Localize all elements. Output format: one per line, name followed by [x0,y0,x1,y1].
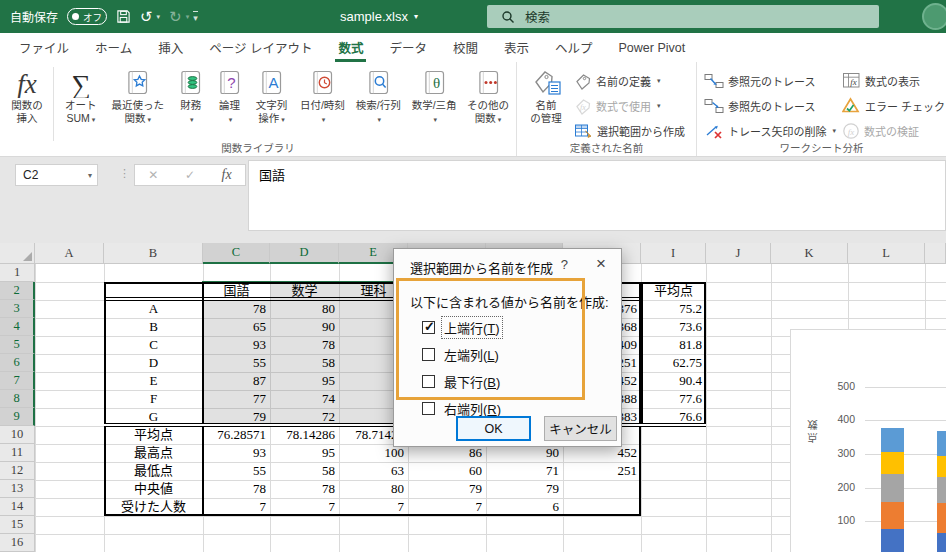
cell-I3[interactable]: 75.2 [641,300,706,318]
cell-C12[interactable]: 55 [203,462,270,480]
cell-B11[interactable]: 最高点 [104,444,203,462]
row-header-5[interactable]: 5 [0,336,35,354]
checkbox-unchecked[interactable] [422,402,435,415]
cell-B9[interactable]: G [104,408,203,426]
date-time-button[interactable]: 日付/時刻▾ [294,65,350,143]
name-box[interactable]: C2 ▾ [15,164,98,186]
cell-I9[interactable]: 76.6 [641,408,706,426]
row-header-9[interactable]: 9 [0,408,35,426]
cell-D14[interactable]: 7 [270,498,339,516]
cell-I4[interactable]: 73.6 [641,318,706,336]
row-header-2[interactable]: 2 [0,282,35,300]
cell-B3[interactable]: A [104,300,203,318]
confirm-entry-icon[interactable]: ✓ [185,168,195,182]
cell-C9[interactable]: 79 [203,408,270,426]
cell-B4[interactable]: B [104,318,203,336]
define-name-button[interactable]: 名前の定義▾ [571,68,688,93]
trace-dependents-button[interactable]: 参照先のトレース [701,93,839,118]
undo-chevron[interactable]: ▾ [157,13,161,21]
cell-B6[interactable]: D [104,354,203,372]
row-header-13[interactable]: 13 [0,480,35,498]
tab-ヘルプ[interactable]: ヘルプ [542,33,606,62]
cell-D9[interactable]: 72 [270,408,339,426]
cell-E13[interactable]: 80 [339,480,408,498]
cell-D2[interactable]: 数学 [270,282,339,300]
avatar[interactable] [922,3,946,30]
checkbox-unchecked[interactable] [422,348,435,361]
ok-button[interactable]: OK [456,416,531,441]
cell-F14[interactable]: 7 [408,498,486,516]
search-box[interactable]: 検索 [487,5,879,28]
cell-I7[interactable]: 90.4 [641,372,706,390]
undo-icon[interactable]: ↺ [140,9,153,24]
row-header-16[interactable]: 16 [0,534,35,552]
column-header-K[interactable]: K [771,243,848,264]
show-formulas-button[interactable]: fx数式の表示 [839,68,946,93]
cancel-button[interactable]: キャンセル [544,416,617,441]
tab-挿入[interactable]: 挿入 [145,33,196,62]
cell-G12[interactable]: 71 [486,462,563,480]
cell-D12[interactable]: 58 [270,462,339,480]
error-checking-button[interactable]: エラー チェック▾ [839,93,946,118]
logical-button[interactable]: ?論理▾ [211,65,249,143]
trace-precedents-button[interactable]: 参照元のトレース [701,68,839,93]
checkbox-label-左端列[interactable]: 左端列(L) [442,344,501,365]
column-header-L[interactable]: L [848,243,925,264]
cell-C2[interactable]: 国語 [203,282,270,300]
qat-customize-icon[interactable]: ▾ [193,11,198,23]
autosave-toggle[interactable]: オフ [67,8,107,25]
row-header-14[interactable]: 14 [0,498,35,516]
cell-C7[interactable]: 87 [203,372,270,390]
cell-I8[interactable]: 77.6 [641,390,706,408]
cell-C4[interactable]: 65 [203,318,270,336]
row-header-10[interactable]: 10 [0,426,35,444]
row-header-4[interactable]: 4 [0,318,35,336]
cell-D5[interactable]: 78 [270,336,339,354]
cell-I6[interactable]: 62.75 [641,354,706,372]
save-icon[interactable] [116,9,131,24]
column-header-I[interactable]: I [641,243,706,264]
cell-D4[interactable]: 90 [270,318,339,336]
cell-C14[interactable]: 7 [203,498,270,516]
formula-input[interactable]: 国語 [248,160,946,231]
cell-C6[interactable]: 55 [203,354,270,372]
column-header-D[interactable]: D [270,243,339,264]
cell-C5[interactable]: 93 [203,336,270,354]
name-manager-button[interactable]: 名前の管理 [521,65,571,143]
cell-D6[interactable]: 58 [270,354,339,372]
checkbox-label-最下行[interactable]: 最下行(B) [442,371,502,392]
cell-B13[interactable]: 中央値 [104,480,203,498]
row-header-11[interactable]: 11 [0,444,35,462]
math-trig-button[interactable]: θ数学/三角▾ [406,65,462,143]
row-header-1[interactable]: 1 [0,264,35,282]
column-header-stub[interactable] [925,243,946,264]
column-header-C[interactable]: C [203,243,270,264]
cell-C10[interactable]: 76.28571 [203,426,270,444]
cell-D8[interactable]: 74 [270,390,339,408]
cell-F13[interactable]: 79 [408,480,486,498]
text-button[interactable]: A文字列操作▾ [249,65,295,143]
column-header-B[interactable]: B [104,243,203,264]
dialog-help-button[interactable]: ? [561,257,568,272]
tab-表示[interactable]: 表示 [491,33,542,62]
cell-I2[interactable]: 平均点 [641,282,706,300]
cell-C11[interactable]: 93 [203,444,270,462]
checkbox-unchecked[interactable] [422,375,435,388]
cell-H12[interactable]: 251 [563,462,641,480]
more-functions-button[interactable]: その他の関数▾ [462,65,514,143]
cell-E12[interactable]: 63 [339,462,408,480]
cell-D11[interactable]: 95 [270,444,339,462]
embedded-chart[interactable]: 500400300200100点数 [790,329,946,552]
recently-used-button[interactable]: 最近使った関数▾ [105,65,171,143]
row-header-12[interactable]: 12 [0,462,35,480]
cancel-entry-icon[interactable]: ✕ [148,168,158,182]
cell-B12[interactable]: 最低点 [104,462,203,480]
tab-ファイル[interactable]: ファイル [6,33,82,62]
row-header-15[interactable]: 15 [0,516,35,534]
checkbox-checked[interactable]: ✓ [422,321,435,334]
tab-データ[interactable]: データ [376,33,440,62]
autosum-button[interactable]: ∑オートSUM▾ [57,65,105,143]
cell-G13[interactable]: 79 [486,480,563,498]
document-title[interactable]: sample.xlsx ▾ [340,0,418,33]
dialog-close-button[interactable]: × [596,254,606,274]
